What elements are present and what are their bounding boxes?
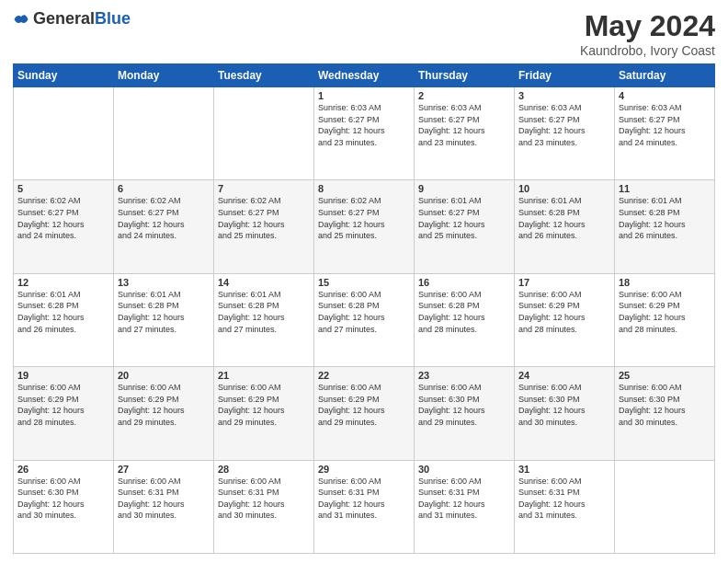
day-info: Sunrise: 6:00 AM Sunset: 6:28 PM Dayligh… — [418, 289, 510, 335]
calendar-week-3: 12Sunrise: 6:01 AM Sunset: 6:28 PM Dayli… — [14, 273, 715, 366]
title-month: May 2024 — [580, 9, 715, 43]
day-info: Sunrise: 6:01 AM Sunset: 6:28 PM Dayligh… — [218, 289, 310, 335]
table-row: 15Sunrise: 6:00 AM Sunset: 6:28 PM Dayli… — [314, 273, 415, 366]
table-row: 18Sunrise: 6:00 AM Sunset: 6:29 PM Dayli… — [615, 273, 715, 366]
day-number: 26 — [17, 464, 109, 475]
day-info: Sunrise: 6:00 AM Sunset: 6:29 PM Dayligh… — [118, 382, 210, 428]
day-info: Sunrise: 6:00 AM Sunset: 6:29 PM Dayligh… — [17, 382, 109, 428]
day-info: Sunrise: 6:00 AM Sunset: 6:28 PM Dayligh… — [318, 289, 410, 335]
table-row: 4Sunrise: 6:03 AM Sunset: 6:27 PM Daylig… — [615, 87, 715, 180]
table-row: 5Sunrise: 6:02 AM Sunset: 6:27 PM Daylig… — [14, 180, 114, 273]
day-info: Sunrise: 6:01 AM Sunset: 6:27 PM Dayligh… — [418, 195, 510, 241]
table-row: 19Sunrise: 6:00 AM Sunset: 6:29 PM Dayli… — [14, 367, 114, 460]
day-number: 19 — [17, 370, 109, 381]
day-number: 3 — [518, 90, 610, 101]
table-row — [214, 87, 314, 180]
day-info: Sunrise: 6:02 AM Sunset: 6:27 PM Dayligh… — [318, 195, 410, 241]
day-info: Sunrise: 6:00 AM Sunset: 6:31 PM Dayligh… — [118, 476, 210, 522]
table-row: 17Sunrise: 6:00 AM Sunset: 6:29 PM Dayli… — [515, 273, 615, 366]
title-location: Kaundrobo, Ivory Coast — [580, 43, 715, 58]
day-number: 27 — [118, 464, 210, 475]
table-row: 31Sunrise: 6:00 AM Sunset: 6:31 PM Dayli… — [515, 460, 615, 553]
table-row: 14Sunrise: 6:01 AM Sunset: 6:28 PM Dayli… — [214, 273, 314, 366]
day-info: Sunrise: 6:01 AM Sunset: 6:28 PM Dayligh… — [518, 195, 610, 241]
table-row: 8Sunrise: 6:02 AM Sunset: 6:27 PM Daylig… — [314, 180, 415, 273]
table-row: 22Sunrise: 6:00 AM Sunset: 6:29 PM Dayli… — [314, 367, 415, 460]
table-row: 2Sunrise: 6:03 AM Sunset: 6:27 PM Daylig… — [415, 87, 515, 180]
title-block: May 2024 Kaundrobo, Ivory Coast — [580, 9, 715, 58]
table-row: 26Sunrise: 6:00 AM Sunset: 6:30 PM Dayli… — [14, 460, 114, 553]
day-info: Sunrise: 6:03 AM Sunset: 6:27 PM Dayligh… — [518, 102, 610, 148]
day-number: 28 — [218, 464, 310, 475]
header: GeneralBlue May 2024 Kaundrobo, Ivory Co… — [13, 9, 715, 58]
day-number: 22 — [318, 370, 410, 381]
table-row: 28Sunrise: 6:00 AM Sunset: 6:31 PM Dayli… — [214, 460, 314, 553]
day-info: Sunrise: 6:02 AM Sunset: 6:27 PM Dayligh… — [218, 195, 310, 241]
day-number: 11 — [619, 183, 711, 194]
day-number: 1 — [318, 90, 410, 101]
day-number: 13 — [118, 277, 210, 288]
day-info: Sunrise: 6:00 AM Sunset: 6:31 PM Dayligh… — [218, 476, 310, 522]
day-info: Sunrise: 6:00 AM Sunset: 6:30 PM Dayligh… — [418, 382, 510, 428]
table-row: 23Sunrise: 6:00 AM Sunset: 6:30 PM Dayli… — [415, 367, 515, 460]
day-info: Sunrise: 6:00 AM Sunset: 6:29 PM Dayligh… — [619, 289, 711, 335]
day-number: 5 — [17, 183, 109, 194]
day-number: 25 — [619, 370, 711, 381]
day-number: 29 — [318, 464, 410, 475]
day-info: Sunrise: 6:00 AM Sunset: 6:29 PM Dayligh… — [318, 382, 410, 428]
logo: GeneralBlue — [13, 9, 131, 29]
table-row — [114, 87, 214, 180]
day-info: Sunrise: 6:00 AM Sunset: 6:29 PM Dayligh… — [518, 289, 610, 335]
day-number: 6 — [118, 183, 210, 194]
table-row: 30Sunrise: 6:00 AM Sunset: 6:31 PM Dayli… — [415, 460, 515, 553]
table-row: 3Sunrise: 6:03 AM Sunset: 6:27 PM Daylig… — [515, 87, 615, 180]
day-number: 30 — [418, 464, 510, 475]
day-number: 20 — [118, 370, 210, 381]
day-info: Sunrise: 6:00 AM Sunset: 6:30 PM Dayligh… — [619, 382, 711, 428]
table-row: 21Sunrise: 6:00 AM Sunset: 6:29 PM Dayli… — [214, 367, 314, 460]
logo-icon — [13, 11, 29, 28]
col-tuesday: Tuesday — [214, 64, 314, 87]
logo-blue: Blue — [95, 9, 131, 28]
day-info: Sunrise: 6:00 AM Sunset: 6:30 PM Dayligh… — [518, 382, 610, 428]
calendar-week-2: 5Sunrise: 6:02 AM Sunset: 6:27 PM Daylig… — [14, 180, 715, 273]
day-number: 9 — [418, 183, 510, 194]
day-number: 8 — [318, 183, 410, 194]
day-number: 14 — [218, 277, 310, 288]
day-number: 10 — [518, 183, 610, 194]
table-row: 9Sunrise: 6:01 AM Sunset: 6:27 PM Daylig… — [415, 180, 515, 273]
day-info: Sunrise: 6:01 AM Sunset: 6:28 PM Dayligh… — [619, 195, 711, 241]
calendar-week-4: 19Sunrise: 6:00 AM Sunset: 6:29 PM Dayli… — [14, 367, 715, 460]
day-info: Sunrise: 6:00 AM Sunset: 6:31 PM Dayligh… — [418, 476, 510, 522]
col-monday: Monday — [114, 64, 214, 87]
table-row: 6Sunrise: 6:02 AM Sunset: 6:27 PM Daylig… — [114, 180, 214, 273]
calendar-week-1: 1Sunrise: 6:03 AM Sunset: 6:27 PM Daylig… — [14, 87, 715, 180]
day-number: 4 — [619, 90, 711, 101]
day-number: 16 — [418, 277, 510, 288]
day-info: Sunrise: 6:02 AM Sunset: 6:27 PM Dayligh… — [118, 195, 210, 241]
table-row: 16Sunrise: 6:00 AM Sunset: 6:28 PM Dayli… — [415, 273, 515, 366]
table-row: 10Sunrise: 6:01 AM Sunset: 6:28 PM Dayli… — [515, 180, 615, 273]
day-info: Sunrise: 6:03 AM Sunset: 6:27 PM Dayligh… — [619, 102, 711, 148]
day-number: 12 — [17, 277, 109, 288]
col-thursday: Thursday — [415, 64, 515, 87]
col-wednesday: Wednesday — [314, 64, 415, 87]
table-row: 12Sunrise: 6:01 AM Sunset: 6:28 PM Dayli… — [14, 273, 114, 366]
table-row: 20Sunrise: 6:00 AM Sunset: 6:29 PM Dayli… — [114, 367, 214, 460]
calendar-header-row: Sunday Monday Tuesday Wednesday Thursday… — [14, 64, 715, 87]
day-number: 7 — [218, 183, 310, 194]
col-sunday: Sunday — [14, 64, 114, 87]
day-info: Sunrise: 6:03 AM Sunset: 6:27 PM Dayligh… — [418, 102, 510, 148]
day-number: 15 — [318, 277, 410, 288]
table-row: 7Sunrise: 6:02 AM Sunset: 6:27 PM Daylig… — [214, 180, 314, 273]
table-row: 1Sunrise: 6:03 AM Sunset: 6:27 PM Daylig… — [314, 87, 415, 180]
table-row — [615, 460, 715, 553]
col-friday: Friday — [515, 64, 615, 87]
day-info: Sunrise: 6:02 AM Sunset: 6:27 PM Dayligh… — [17, 195, 109, 241]
day-number: 18 — [619, 277, 711, 288]
calendar-week-5: 26Sunrise: 6:00 AM Sunset: 6:30 PM Dayli… — [14, 460, 715, 553]
day-info: Sunrise: 6:00 AM Sunset: 6:31 PM Dayligh… — [518, 476, 610, 522]
page: GeneralBlue May 2024 Kaundrobo, Ivory Co… — [0, 0, 728, 563]
day-info: Sunrise: 6:00 AM Sunset: 6:31 PM Dayligh… — [318, 476, 410, 522]
day-number: 17 — [518, 277, 610, 288]
